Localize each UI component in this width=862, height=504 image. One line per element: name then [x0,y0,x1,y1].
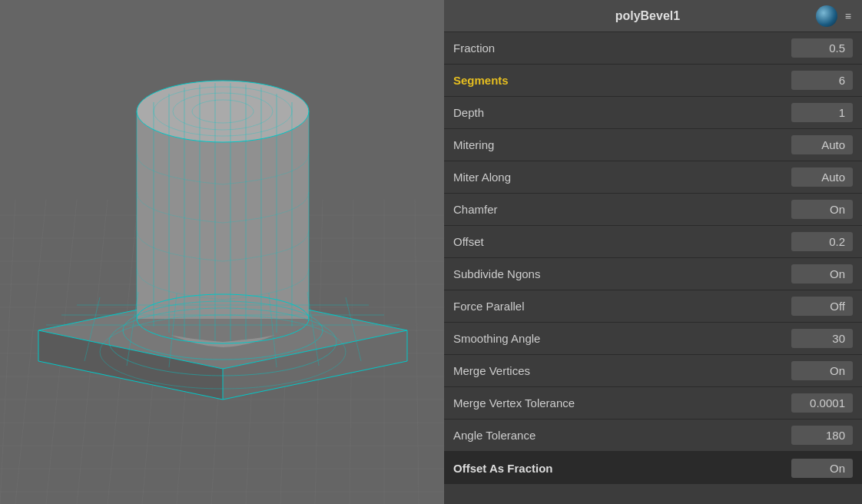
panel-row-depth[interactable]: Depth1 [444,97,862,129]
row-label-offset: Offset [453,235,791,248]
panel-header-icons: ≡ [816,5,854,27]
panel-row-merge-vertices[interactable]: Merge VerticesOn [444,355,862,387]
panel-row-merge-vertex-tolerance[interactable]: Merge Vertex Tolerance0.0001 [444,387,862,419]
row-value-mitering[interactable]: Auto [791,135,853,154]
row-label-depth: Depth [453,106,791,119]
ball-icon[interactable] [816,5,837,27]
row-value-merge-vertex-tolerance[interactable]: 0.0001 [791,393,853,413]
panel-row-mitering[interactable]: MiteringAuto [444,129,862,161]
row-label-offset-as-fraction: Offset As Fraction [453,462,791,475]
panel-row-offset[interactable]: Offset0.2 [444,226,862,258]
panel-row-subdivide-ngons[interactable]: Subdivide NgonsOn [444,258,862,290]
row-label-smoothing-angle: Smoothing Angle [453,332,791,345]
panel-row-segments[interactable]: Segments6 [444,65,862,97]
menu-icon[interactable]: ≡ [842,8,854,24]
row-value-chamfer[interactable]: On [791,200,853,219]
row-value-offset[interactable]: 0.2 [791,232,853,251]
panel-row-miter-along[interactable]: Miter AlongAuto [444,161,862,194]
row-label-merge-vertex-tolerance: Merge Vertex Tolerance [453,396,791,410]
row-label-mitering: Mitering [453,138,791,151]
panel-row-fraction[interactable]: Fraction0.5 [444,32,862,65]
row-value-depth[interactable]: 1 [791,103,853,122]
row-label-angle-tolerance: Angle Tolerance [453,429,791,442]
row-label-segments: Segments [453,74,791,87]
panel-title: polyBevel1 [479,9,816,23]
properties-panel: polyBevel1 ≡ Fraction0.5Segments6Depth1M… [444,0,862,504]
panel-row-smoothing-angle[interactable]: Smoothing Angle30 [444,323,862,355]
row-label-subdivide-ngons: Subdivide Ngons [453,267,791,280]
row-label-merge-vertices: Merge Vertices [453,364,791,377]
row-label-force-parallel: Force Parallel [453,300,791,313]
row-value-angle-tolerance[interactable]: 180 [791,426,853,445]
panel-row-offset-as-fraction[interactable]: Offset As FractionOn [444,452,862,484]
row-value-force-parallel[interactable]: Off [791,297,853,316]
row-label-fraction: Fraction [453,41,791,55]
row-label-chamfer: Chamfer [453,203,791,216]
row-label-miter-along: Miter Along [453,171,791,184]
row-value-smoothing-angle[interactable]: 30 [791,329,853,348]
viewport-3d[interactable] [0,0,444,504]
panel-row-force-parallel[interactable]: Force ParallelOff [444,290,862,323]
row-value-merge-vertices[interactable]: On [791,361,853,380]
row-value-subdivide-ngons[interactable]: On [791,264,853,284]
panel-row-chamfer[interactable]: ChamferOn [444,194,862,226]
row-value-offset-as-fraction[interactable]: On [791,459,853,478]
row-value-fraction[interactable]: 0.5 [791,38,853,58]
row-value-miter-along[interactable]: Auto [791,167,853,187]
svg-point-36 [137,81,309,142]
panel-row-angle-tolerance[interactable]: Angle Tolerance180 [444,419,862,452]
row-value-segments[interactable]: 6 [791,71,853,90]
panel-header: polyBevel1 ≡ [444,0,862,32]
panel-rows: Fraction0.5Segments6Depth1MiteringAutoMi… [444,32,862,504]
